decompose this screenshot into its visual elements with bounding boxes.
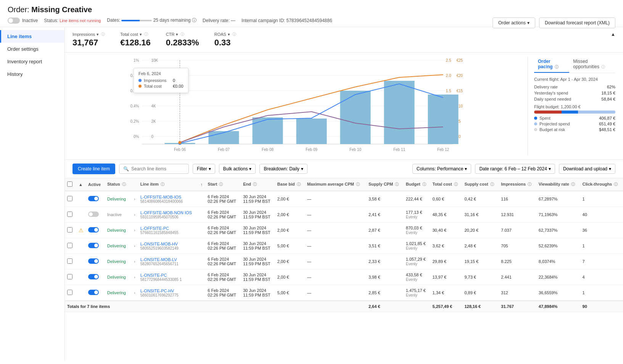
row-toggle[interactable]: [86, 223, 105, 238]
date-range-button[interactable]: Date range: 6 Feb – 12 Feb 2024 ▾: [475, 164, 555, 174]
chevron-down-icon[interactable]: ▾: [140, 32, 142, 37]
info-icon[interactable]: ⓘ: [297, 182, 301, 186]
info-icon[interactable]: ⓘ: [161, 182, 164, 186]
row-start: 6 Feb 2024 02:26 PM GMT: [205, 254, 241, 269]
row-toggle[interactable]: [86, 285, 105, 301]
row-toggle[interactable]: [86, 191, 105, 207]
line-item-link[interactable]: L-ONSITE-PC-HV: [140, 289, 174, 293]
svg-text:2.5: 2.5: [446, 58, 451, 63]
chevron-down-icon[interactable]: ▾: [176, 32, 178, 37]
row-expand[interactable]: ›: [132, 191, 138, 207]
th-viewability: Viewability rate ⓘ: [536, 178, 580, 191]
row-max-cpm: —: [305, 269, 366, 285]
th-start: Start ⓘ: [205, 178, 241, 191]
row-clicks: 1: [580, 285, 623, 301]
info-icon[interactable]: ⓘ: [219, 182, 223, 186]
info-icon[interactable]: ⓘ: [454, 182, 458, 186]
svg-rect-34: [296, 119, 327, 144]
content-area: Impressions ▾ ⓘ 31,767 Total cost ▾ ⓘ €1…: [65, 27, 623, 361]
info-icon[interactable]: ⓘ: [395, 182, 399, 186]
filter-button[interactable]: Filter ▾: [193, 164, 215, 174]
info-icon[interactable]: ⓘ: [555, 65, 559, 69]
download-forecast-button[interactable]: Download forecast report (XML): [539, 18, 615, 28]
th-sort[interactable]: ↑: [198, 178, 206, 191]
row-name: L-ONSITE-MOB-HV 580552519603582149: [138, 238, 198, 254]
info-icon[interactable]: ⓘ: [422, 182, 426, 186]
budget-atrisk-bar: [578, 111, 615, 114]
row-name: L-ONSITE-PC 581772968444533085 1: [138, 269, 198, 285]
create-line-item-button[interactable]: Create line item: [72, 164, 115, 174]
row-status: Delivering: [105, 191, 132, 207]
info-icon[interactable]: ⓘ: [101, 32, 105, 37]
chevron-down-icon: ▾: [249, 166, 251, 172]
info-icon[interactable]: ⓘ: [601, 65, 605, 69]
svg-point-47: [179, 141, 182, 144]
line-item-link[interactable]: L-OFFSITE-PC: [140, 226, 169, 231]
line-item-link[interactable]: L-OFFSITE-MOB-NON IOS: [140, 210, 192, 215]
columns-button[interactable]: Columns: Performance ▾: [412, 164, 472, 174]
row-expand[interactable]: ›: [132, 254, 138, 269]
row-expand[interactable]: ›: [132, 223, 138, 238]
row-expand[interactable]: ›: [132, 238, 138, 254]
row-checkbox[interactable]: [65, 269, 76, 285]
info-icon[interactable]: ⓘ: [122, 182, 126, 186]
row-toggle[interactable]: [86, 207, 105, 223]
info-icon[interactable]: ⓘ: [356, 182, 360, 186]
row-expand[interactable]: ›: [132, 285, 138, 301]
totals-total-cost: 5,257,49 €: [430, 301, 462, 312]
row-toggle[interactable]: [86, 238, 105, 254]
select-all-checkbox[interactable]: [67, 181, 72, 187]
svg-rect-35: [340, 91, 371, 144]
chevron-down-icon[interactable]: ▾: [228, 32, 230, 37]
info-icon[interactable]: ⓘ: [614, 182, 618, 186]
info-icon[interactable]: ⓘ: [528, 182, 531, 186]
row-max-cpm: —: [305, 191, 366, 207]
line-item-link[interactable]: L-OFFSITE-MOB-IOS: [140, 195, 182, 199]
row-checkbox[interactable]: [65, 223, 76, 238]
sidebar-item-line-items[interactable]: Line items: [0, 30, 64, 43]
order-pacing-panel: Order pacing ⓘ Missed opportunities ⓘ Cu…: [528, 56, 615, 156]
inactive-toggle[interactable]: Inactive: [8, 18, 38, 24]
row-expand[interactable]: ›: [132, 269, 138, 285]
row-checkbox[interactable]: [65, 207, 76, 223]
info-icon[interactable]: ⓘ: [571, 182, 575, 186]
line-item-id: 581772968444533085 1: [140, 277, 196, 282]
chart-tooltip: Feb 6, 2024 Impressions 0 Total cost €0.…: [134, 68, 188, 93]
row-name: L-OFFSITE-MOB-IOS 58140860864318400066: [138, 191, 198, 207]
info-icon[interactable]: ⓘ: [253, 182, 257, 186]
info-icon[interactable]: ⓘ: [144, 32, 148, 37]
row-budget: 222,44 €: [404, 191, 430, 207]
row-checkbox[interactable]: [65, 238, 76, 254]
collapse-icon[interactable]: ▲: [611, 32, 615, 48]
info-icon[interactable]: ⓘ: [180, 32, 184, 37]
line-item-link[interactable]: L-ONSITE-MOB-HV: [140, 242, 178, 246]
sidebar-item-history[interactable]: History: [0, 68, 64, 80]
bulk-actions-button[interactable]: Bulk actions ▾: [219, 164, 256, 174]
line-item-link[interactable]: L-ONSITE-PC: [140, 273, 167, 277]
row-start: 6 Feb 2024 02:26 PM GMT: [205, 191, 241, 207]
line-item-link[interactable]: L-ONSITE-MOB-LV: [140, 257, 177, 262]
download-upload-button[interactable]: Download and upload ▾: [559, 164, 615, 174]
row-checkbox[interactable]: [65, 191, 76, 207]
sidebar-item-order-settings[interactable]: Order settings: [0, 43, 64, 55]
row-expand[interactable]: ›: [132, 207, 138, 223]
row-base-bid: 5,00 €: [275, 238, 305, 254]
tab-missed-opportunities[interactable]: Missed opportunities ⓘ: [569, 56, 615, 73]
row-toggle[interactable]: [86, 269, 105, 285]
row-status: Inactive: [105, 207, 132, 223]
row-status: Delivering: [105, 223, 132, 238]
breakdown-button[interactable]: Breakdown: Daily ▾: [259, 164, 307, 174]
search-input[interactable]: [131, 166, 185, 172]
chevron-down-icon[interactable]: ▾: [97, 32, 99, 37]
sidebar-item-inventory-report[interactable]: Inventory report: [0, 55, 64, 68]
row-base-bid: 2,00 €: [275, 191, 305, 207]
info-icon[interactable]: ⓘ: [490, 182, 494, 186]
tab-order-pacing[interactable]: Order pacing ⓘ: [534, 56, 569, 73]
row-toggle[interactable]: [86, 254, 105, 269]
row-checkbox[interactable]: [65, 285, 76, 301]
row-total-cost: 30,40 €: [430, 223, 462, 238]
toggle-switch[interactable]: [8, 18, 20, 24]
order-actions-button[interactable]: Order actions ▾: [493, 18, 535, 28]
info-icon[interactable]: ⓘ: [232, 32, 236, 37]
row-checkbox[interactable]: [65, 254, 76, 269]
